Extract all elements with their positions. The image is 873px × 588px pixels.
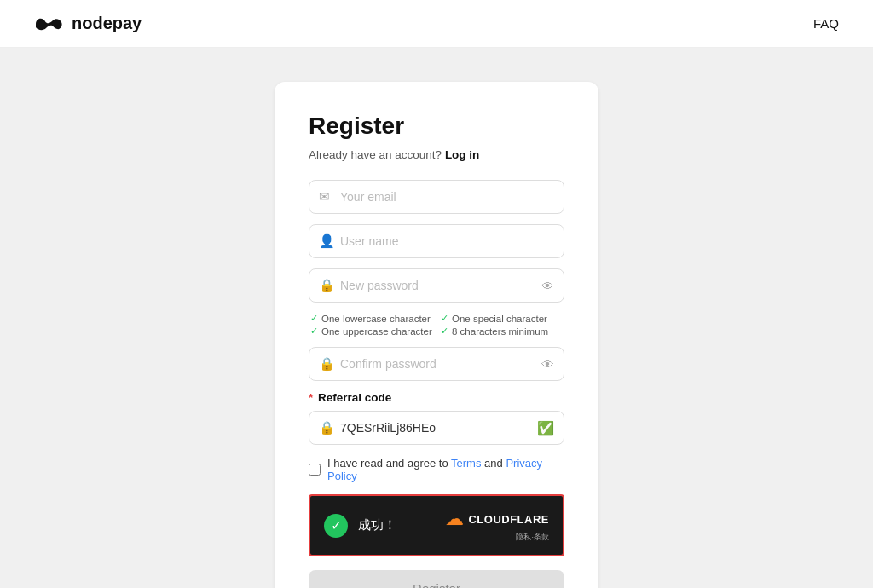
main-content: Register Already have an account? Log in… bbox=[0, 48, 873, 588]
agree-row: I have read and agree to Terms and Priva… bbox=[309, 457, 564, 482]
password-hints: ✓ One lowercase character ✓ One special … bbox=[309, 313, 564, 337]
password-eye-icon[interactable]: 👁 bbox=[541, 279, 554, 293]
already-account-text: Already have an account? Log in bbox=[309, 148, 564, 161]
login-link[interactable]: Log in bbox=[445, 148, 480, 161]
confirm-password-field-wrap: 🔒 👁 bbox=[309, 347, 564, 381]
hint-min-chars: ✓ 8 characters minimum bbox=[441, 326, 563, 337]
password-field-wrap: 🔒 👁 bbox=[309, 268, 564, 303]
hint-min-chars-check: ✓ bbox=[441, 326, 448, 337]
email-field-wrap: ✉ bbox=[309, 180, 564, 214]
email-input[interactable] bbox=[309, 180, 564, 214]
terms-link[interactable]: Terms bbox=[451, 457, 481, 470]
hint-uppercase-check: ✓ bbox=[310, 326, 318, 337]
cloudflare-text: CLOUDFLARE bbox=[468, 513, 549, 526]
register-card: Register Already have an account? Log in… bbox=[275, 82, 598, 588]
password-input[interactable] bbox=[309, 268, 564, 303]
captcha-left: ✓ 成功！ bbox=[324, 514, 396, 538]
referral-asterisk: * bbox=[309, 391, 313, 404]
hint-lowercase-check: ✓ bbox=[310, 313, 318, 324]
confirm-eye-icon[interactable]: 👁 bbox=[541, 357, 554, 372]
hint-uppercase: ✓ One uppercase character bbox=[310, 326, 432, 337]
cloudflare-sub: 隐私·条款 bbox=[516, 532, 549, 543]
logo: nodepay bbox=[34, 14, 142, 33]
hint-lowercase: ✓ One lowercase character bbox=[310, 313, 432, 324]
logo-icon bbox=[34, 15, 65, 32]
cloudflare-logo: ☁ CLOUDFLARE bbox=[445, 508, 549, 530]
username-field-wrap: 👤 bbox=[309, 224, 564, 258]
referral-label: * Referral code bbox=[309, 391, 564, 404]
hint-special-check: ✓ bbox=[441, 313, 448, 324]
captcha-success-icon: ✓ bbox=[324, 514, 348, 538]
page-title: Register bbox=[309, 112, 564, 140]
referral-input[interactable] bbox=[309, 411, 564, 445]
register-button[interactable]: Register bbox=[309, 570, 564, 588]
referral-check-icon: ✅ bbox=[537, 420, 554, 436]
captcha-success-text: 成功！ bbox=[358, 517, 396, 533]
hint-special: ✓ One special character bbox=[441, 313, 563, 324]
captcha-right: ☁ CLOUDFLARE 隐私·条款 bbox=[445, 508, 549, 543]
agree-text: I have read and agree to Terms and Priva… bbox=[327, 457, 564, 482]
captcha-box[interactable]: ✓ 成功！ ☁ CLOUDFLARE 隐私·条款 bbox=[309, 494, 564, 556]
username-input[interactable] bbox=[309, 224, 564, 258]
confirm-password-input[interactable] bbox=[309, 347, 564, 381]
logo-text: nodepay bbox=[72, 14, 142, 33]
faq-link[interactable]: FAQ bbox=[813, 16, 839, 31]
referral-field-wrap: 🔒 ✅ bbox=[309, 411, 564, 445]
agree-checkbox[interactable] bbox=[309, 464, 321, 476]
cloudflare-cloud-icon: ☁ bbox=[445, 508, 464, 530]
header: nodepay FAQ bbox=[0, 0, 873, 48]
